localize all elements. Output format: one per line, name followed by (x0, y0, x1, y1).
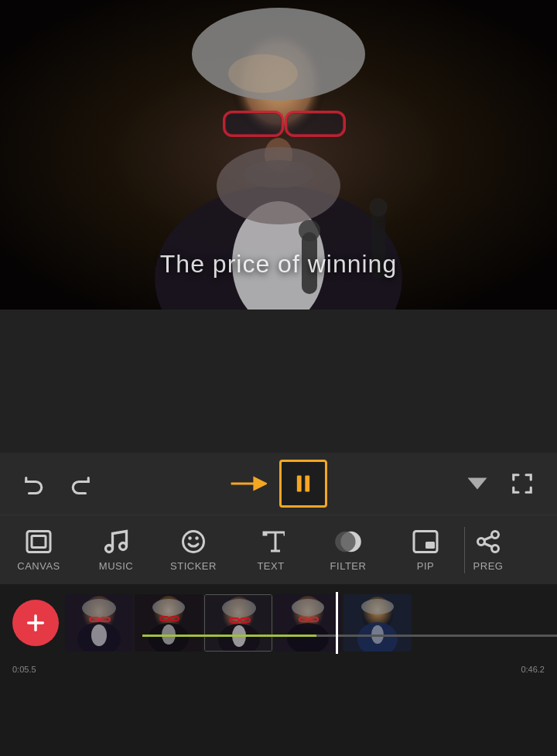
thumbnail-5[interactable] (343, 594, 412, 652)
tools-bar: CANVAS MUSIC STICKER (0, 515, 557, 584)
pip-icon (412, 528, 439, 556)
pip-label: PIP (417, 560, 434, 572)
thumbnail-1[interactable] (65, 594, 133, 652)
progress-bar (142, 635, 557, 637)
svg-point-50 (152, 599, 185, 616)
thumbnails-strip (65, 592, 557, 654)
filter-label: FILTER (330, 560, 367, 572)
playhead (336, 592, 338, 654)
music-icon (102, 528, 130, 556)
center-controls (230, 460, 327, 508)
svg-point-31 (335, 532, 355, 552)
thumbnail-3[interactable] (204, 594, 272, 652)
subtitle-text: The price of winning (0, 250, 557, 279)
tool-sticker[interactable]: STICKER (155, 515, 232, 585)
thumbnail-2[interactable] (135, 594, 203, 652)
svg-point-57 (222, 599, 256, 617)
svg-rect-21 (305, 476, 309, 492)
timeline-track (0, 584, 557, 662)
svg-rect-24 (32, 536, 46, 548)
dropdown-button[interactable] (458, 464, 497, 503)
add-clip-button[interactable] (12, 600, 59, 646)
tool-filter[interactable]: FILTER (309, 515, 387, 585)
pause-button[interactable] (279, 460, 327, 508)
time-markers: 0:05.5 0:46.2 (0, 662, 557, 679)
svg-point-25 (106, 546, 113, 552)
arrow-indicator (230, 471, 267, 496)
svg-point-47 (91, 624, 107, 646)
svg-rect-33 (425, 542, 435, 549)
controls-bar (0, 453, 557, 515)
canvas-label: CANVAS (17, 560, 60, 572)
middle-area (0, 310, 557, 453)
svg-point-64 (292, 599, 324, 616)
timeline-area: 0:05.5 0:46.2 (0, 584, 557, 679)
end-time: 0:46.2 (521, 665, 545, 676)
canvas-icon (25, 528, 53, 556)
text-label: TEXT (257, 560, 284, 572)
redo-button[interactable] (60, 464, 99, 503)
svg-marker-22 (468, 478, 487, 490)
svg-line-38 (484, 543, 493, 547)
fullscreen-button[interactable] (503, 464, 542, 503)
text-icon (257, 528, 285, 556)
tool-pip[interactable]: PIP (387, 515, 464, 585)
music-label: MUSIC (99, 560, 133, 572)
sticker-icon (179, 528, 207, 556)
current-time: 0:05.5 (12, 665, 36, 676)
tool-canvas[interactable]: CANVAS (0, 515, 77, 585)
svg-point-26 (120, 543, 127, 550)
tool-text[interactable]: TEXT (232, 515, 309, 585)
svg-point-27 (183, 532, 204, 552)
undo-button[interactable] (15, 464, 54, 503)
sticker-label: STICKER (170, 560, 217, 572)
tool-preg[interactable]: PREG (465, 515, 511, 585)
thumbnail-4[interactable] (274, 594, 342, 652)
svg-point-43 (82, 599, 116, 617)
tool-music[interactable]: MUSIC (77, 515, 155, 585)
svg-rect-20 (297, 476, 302, 492)
preg-icon (474, 528, 502, 556)
svg-line-37 (484, 536, 493, 540)
video-preview: The price of winning (0, 0, 557, 310)
filter-icon (334, 528, 362, 556)
svg-point-71 (361, 599, 394, 614)
progress-fill (142, 635, 316, 637)
preg-label: PREG (473, 560, 504, 572)
